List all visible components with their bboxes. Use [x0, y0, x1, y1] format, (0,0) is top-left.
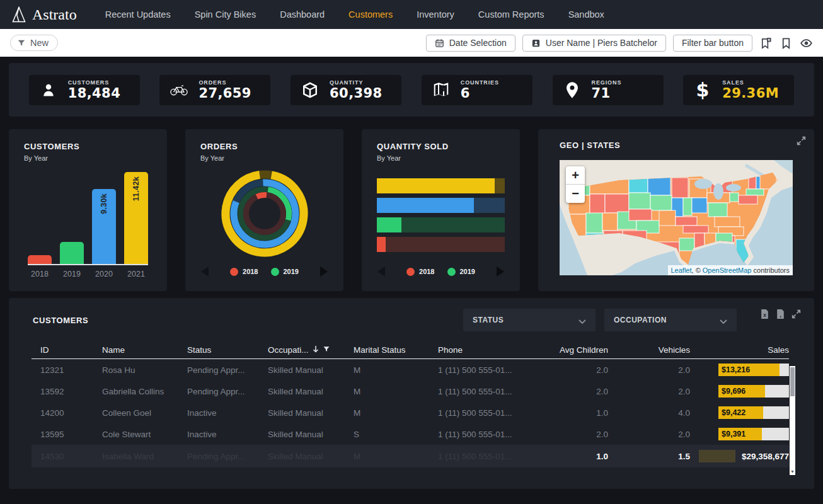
column-header-sales[interactable]: Sales: [690, 345, 789, 355]
map-svg[interactable]: [560, 160, 793, 275]
expand-icon[interactable]: [796, 135, 807, 146]
user-name-button[interactable]: User Name | Piers Batchelor: [522, 35, 666, 52]
cell-phone: 1 (11) 500 555-01...: [438, 365, 539, 375]
cell-marital_status: M: [354, 365, 438, 375]
cell-vehicles: 4.0: [608, 408, 690, 418]
kpi-text: COUNTRIES6: [461, 79, 499, 100]
legend-item-2018[interactable]: 2018: [230, 268, 258, 276]
ghost-cell-name: Isabella Ward: [102, 452, 187, 461]
legend-item-2019[interactable]: 2019: [447, 268, 475, 276]
column-header-label: Status: [187, 345, 211, 355]
legend-prev-icon[interactable]: [201, 266, 209, 277]
scrollbar-thumb[interactable]: [790, 367, 795, 396]
bar-2019[interactable]: [60, 242, 84, 264]
cell-phone: 1 (11) 500 555-01...: [438, 387, 539, 396]
cell-sales: $9,391: [690, 428, 789, 440]
column-header-phone[interactable]: Phone: [438, 345, 539, 355]
legend-item-2019[interactable]: 2019: [271, 268, 299, 276]
filter-toolbar: New Date Selection User Name | Piers Bat…: [0, 29, 823, 57]
bookmark-icon[interactable]: [780, 37, 793, 50]
vertical-scrollbar[interactable]: ▼: [790, 366, 795, 475]
column-header-name[interactable]: Name: [102, 345, 187, 355]
nav-item-recent-updates[interactable]: Recent Updates: [93, 9, 183, 20]
bicycle-icon: [169, 80, 189, 100]
legend-prev-icon[interactable]: [377, 266, 385, 277]
hbar-fill-2019: [377, 217, 401, 232]
filter-icon[interactable]: [323, 345, 330, 355]
attribution-separator: , ©: [692, 266, 703, 274]
brand-logo[interactable]: Astrato: [11, 6, 77, 23]
attribution-link-leaflet[interactable]: Leaflet: [671, 266, 692, 274]
export-excel-icon[interactable]: x: [759, 309, 770, 319]
kpi-label: SALES: [722, 79, 779, 86]
us-states-choropleth[interactable]: [560, 160, 793, 275]
table-row[interactable]: 13595Cole StewartInactiveSkilled ManualS…: [32, 423, 789, 445]
cell-status: Inactive: [187, 430, 268, 439]
box-icon: [300, 80, 320, 100]
attribution-link-osm[interactable]: OpenStreetMap: [703, 266, 752, 274]
kpi-card-customers[interactable]: CUSTOMERS18,484: [29, 75, 140, 105]
bar-2021[interactable]: 11.42k: [124, 172, 148, 264]
kpi-card-countries[interactable]: COUNTRIES6: [422, 75, 532, 105]
status-dropdown[interactable]: STATUS: [463, 309, 596, 331]
nav-item-custom-reports[interactable]: Custom Reports: [466, 9, 556, 20]
occupation-dropdown[interactable]: OCCUPATION: [604, 309, 737, 331]
table-row[interactable]: 12321Rosa HuPending Appr...Skilled Manua…: [32, 359, 789, 381]
legend-next-icon[interactable]: [497, 266, 504, 277]
x-axis-label-2019: 2019: [60, 270, 84, 278]
status-dropdown-label: STATUS: [473, 316, 504, 324]
column-header-vehicles[interactable]: Vehicles: [608, 345, 690, 355]
legend-item-2018[interactable]: 2018: [406, 268, 434, 276]
nav-item-spin-city-bikes[interactable]: Spin City Bikes: [183, 9, 268, 20]
table-row[interactable]: 14200Colleen GoelInactiveSkilled ManualM…: [32, 402, 789, 423]
sales-bar: $9,391: [718, 428, 789, 440]
leaflet-map[interactable]: + − Leaflet, © OpenStreetMap contributor…: [560, 160, 793, 275]
scrollbar-down-arrow[interactable]: ▼: [790, 469, 795, 474]
kpi-card-quantity[interactable]: QUANTITY60,398: [291, 75, 401, 105]
bookmark-add-icon[interactable]: [759, 37, 773, 50]
bar-2020[interactable]: 9.30k: [92, 189, 116, 264]
nav-item-dashboard[interactable]: Dashboard: [268, 9, 337, 20]
column-header-occupati[interactable]: Occupati...: [268, 345, 354, 355]
geo-card: GEO | STATES + − Leaflet, © OpenStreetMa…: [538, 129, 814, 291]
chart-card-customers: CUSTOMERS By Year 9.30k11.42k 2018201920…: [9, 129, 167, 291]
table-header-row: IDNameStatusOccupati...Marital StatusPho…: [32, 341, 789, 359]
date-selection-button[interactable]: Date Selection: [426, 35, 515, 52]
zoom-in-button[interactable]: +: [566, 166, 585, 185]
column-header-status[interactable]: Status: [187, 345, 268, 355]
new-filter-pill[interactable]: New: [10, 35, 58, 51]
hbar-2020[interactable]: [377, 198, 505, 213]
nav-item-customers[interactable]: Customers: [337, 9, 405, 20]
chevron-down-icon: [720, 318, 727, 323]
donut-svg[interactable]: [214, 163, 315, 264]
table-title: CUSTOMERS: [33, 316, 88, 325]
zoom-out-button[interactable]: −: [566, 185, 585, 203]
card-subtitle: By Year: [377, 154, 505, 162]
cell-marital_status: M: [354, 387, 438, 396]
column-header-avg-children[interactable]: Avg Children: [539, 345, 608, 355]
column-header-id[interactable]: ID: [40, 345, 102, 355]
column-header-marital-status[interactable]: Marital Status: [354, 345, 438, 355]
orders-donut-chart[interactable]: [200, 163, 328, 264]
table-row[interactable]: 13592Gabriella CollinsPending Appr...Ski…: [32, 381, 789, 402]
cell-phone: 1 (11) 500 555-01...: [438, 408, 539, 418]
charts-row: CUSTOMERS By Year 9.30k11.42k 2018201920…: [9, 129, 814, 290]
map-icon: [431, 80, 451, 100]
kpi-card-orders[interactable]: ORDERS27,659: [159, 75, 270, 105]
sort-desc-icon[interactable]: [313, 345, 319, 355]
nav-item-inventory[interactable]: Inventory: [405, 9, 466, 20]
kpi-card-regions[interactable]: REGIONS71: [553, 75, 664, 105]
filter-bar-button[interactable]: Filter bar button: [673, 35, 752, 52]
export-csv-icon[interactable]: ,: [775, 309, 786, 319]
kpi-card-sales[interactable]: $SALES29.36M: [683, 75, 794, 105]
table-expand-icon[interactable]: [791, 309, 802, 319]
column-header-label: Phone: [438, 345, 463, 355]
legend-dot: [406, 268, 415, 276]
eye-icon[interactable]: [800, 37, 813, 50]
bar-2018[interactable]: [28, 255, 52, 264]
hbar-2019[interactable]: [377, 217, 505, 232]
hbar-2018[interactable]: [377, 237, 505, 252]
legend-next-icon[interactable]: [320, 266, 328, 277]
hbar-2021[interactable]: [377, 178, 505, 193]
nav-item-sandbox[interactable]: Sandbox: [556, 9, 616, 20]
